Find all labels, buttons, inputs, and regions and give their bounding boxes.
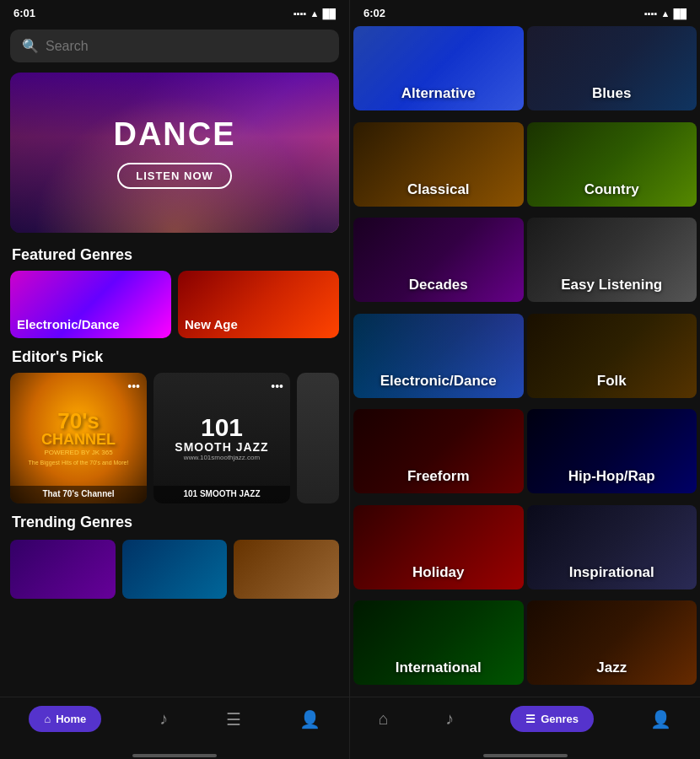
genre-label-newage: New Age [185,317,238,331]
time-right: 6:02 [363,7,385,19]
genre-international-label: International [396,659,482,676]
listen-now-button[interactable]: LISTEN NOW [117,163,232,189]
station-101-number: 101 [201,415,243,440]
genres-list-icon: ☰ [525,713,536,725]
trending-section: Trending Genres [0,503,349,540]
home-icon-right: ⌂ [379,709,389,729]
station-smooth-url: www.101smoothjazz.com [184,454,260,461]
battery-icon-right: ██ [673,8,687,19]
nav-home-button[interactable]: ⌂ Home [29,706,101,732]
trending-row [0,540,349,599]
genre-item-holiday[interactable]: Holiday [353,505,524,589]
genre-item-jazz[interactable]: Jazz [527,600,697,685]
featured-genres-label: Featured Genres [0,236,349,271]
nav-list-item[interactable]: ☰ [226,709,241,729]
music-note-icon-right: ♪ [445,709,454,729]
genre-folk-label: Folk [597,373,627,390]
bottom-nav-left: ⌂ Home ♪ ☰ 👤 [0,697,349,749]
genre-item-international[interactable]: International [353,600,524,685]
status-icons-left: ▪▪▪▪ ▲ ██ [293,8,336,19]
genre-item-blues[interactable]: Blues [527,26,697,110]
status-bar-right: 6:02 ▪▪▪▪ ▲ ██ [350,0,700,23]
bottom-nav-right: ⌂ ♪ ☰ Genres 👤 [350,697,700,749]
genre-easy-listening-label: Easy Listening [561,277,662,293]
genre-card-newage[interactable]: New Age [178,271,339,338]
nav-music-right[interactable]: ♪ [445,709,454,729]
station-70s-label: That 70's Channel [10,486,147,503]
wifi-icon: ▲ [310,8,320,19]
genre-item-hiphop[interactable]: Hip-Hop/Rap [527,409,697,493]
profile-icon: 👤 [299,709,320,729]
genre-label-electronic: Electronic/Dance [17,317,120,331]
station-70s-channel: CHANNEL [41,432,116,447]
time-left: 6:01 [13,7,35,19]
station-70s-bg: 70's CHANNEL POWERED BY JK 365 The Bigge… [10,373,147,503]
station-70s-sub: POWERED BY JK 365 [40,447,116,458]
list-icon: ☰ [226,709,241,729]
genre-item-alternative[interactable]: Alternative [353,26,524,110]
station-70s-tagline: The Biggest Hits of the 70's and More! [25,458,132,467]
genre-blues-label: Blues [592,85,631,102]
station-70s-more-icon[interactable]: ••• [127,380,140,393]
station-70s-title: 70's [57,410,100,432]
trending-item-3[interactable] [234,540,339,599]
nav-genres-label: Genres [541,713,579,725]
genre-card-electronic[interactable]: Electronic/Dance [10,271,171,338]
genre-hiphop-label: Hip-Hop/Rap [568,468,655,485]
genre-jazz-label: Jazz [596,659,627,676]
genre-item-easy-listening[interactable]: Easy Listening [527,218,697,302]
wifi-icon-right: ▲ [661,8,670,19]
nav-profile-item[interactable]: 👤 [299,709,320,729]
genre-item-folk[interactable]: Folk [527,314,697,398]
home-indicator-right [483,754,568,757]
trending-item-1[interactable] [10,540,116,599]
nav-profile-right[interactable]: 👤 [650,709,671,729]
search-bar[interactable]: 🔍 [10,30,339,62]
featured-genres: Electronic/Dance New Age [0,271,349,338]
genre-item-country[interactable]: Country [527,122,697,207]
station-smooth-title: SMOOTH JAZZ [175,440,268,454]
station-card-jazz[interactable]: 101 SMOOTH JAZZ www.101smoothjazz.com ••… [153,373,290,503]
genre-freeform-label: Freeform [407,468,470,485]
nav-home-label: Home [56,713,86,725]
genre-country-label: Country [584,181,639,198]
genre-item-electronic-dance[interactable]: Electronic/Dance [353,314,524,398]
genre-item-freeform[interactable]: Freeform [353,409,524,493]
station-jazz-more-icon[interactable]: ••• [271,380,283,393]
left-panel: 6:01 ▪▪▪▪ ▲ ██ 🔍 DANCE LISTEN NOW Featur… [0,0,350,759]
genre-grid: Alternative Blues Classical Country Deca… [350,23,700,697]
hero-banner[interactable]: DANCE LISTEN NOW [10,73,339,233]
trending-item-2[interactable] [122,540,228,599]
station-card-70s[interactable]: 70's CHANNEL POWERED BY JK 365 The Bigge… [10,373,147,503]
genre-item-classical[interactable]: Classical [353,122,524,207]
home-indicator-left [132,754,217,757]
genre-inspirational-label: Inspirational [569,564,654,581]
nav-genres-button[interactable]: ☰ Genres [510,706,594,732]
profile-icon-right: 👤 [650,709,671,729]
genre-alternative-label: Alternative [401,85,476,102]
trending-label: Trending Genres [12,510,337,536]
status-icons-right: ▪▪▪▪ ▲ ██ [644,8,687,19]
hero-title: DANCE [113,116,235,153]
search-icon: 🔍 [22,38,39,54]
genre-classical-label: Classical [407,181,470,198]
editors-pick: 70's CHANNEL POWERED BY JK 365 The Bigge… [0,373,349,503]
hero-background [10,73,339,233]
right-panel: 6:02 ▪▪▪▪ ▲ ██ Alternative Blues Classic… [350,0,700,759]
music-note-icon: ♪ [159,709,168,729]
nav-music-item[interactable]: ♪ [159,709,168,729]
nav-home-right[interactable]: ⌂ [379,709,389,729]
genre-decades-label: Decades [409,277,468,293]
genre-holiday-label: Holiday [412,564,464,581]
station-jazz-label: 101 SMOOTH JAZZ [153,486,290,503]
status-bar-left: 6:01 ▪▪▪▪ ▲ ██ [0,0,349,23]
battery-icon: ██ [322,8,336,19]
editors-pick-label: Editor's Pick [0,338,349,373]
home-icon: ⌂ [44,713,51,725]
genre-item-inspirational[interactable]: Inspirational [527,505,697,589]
search-input[interactable] [46,39,327,54]
station-card-partial [297,373,339,503]
genre-item-decades[interactable]: Decades [353,218,524,302]
genre-electronic-dance-label: Electronic/Dance [380,373,497,390]
station-jazz-bg: 101 SMOOTH JAZZ www.101smoothjazz.com [153,373,290,503]
